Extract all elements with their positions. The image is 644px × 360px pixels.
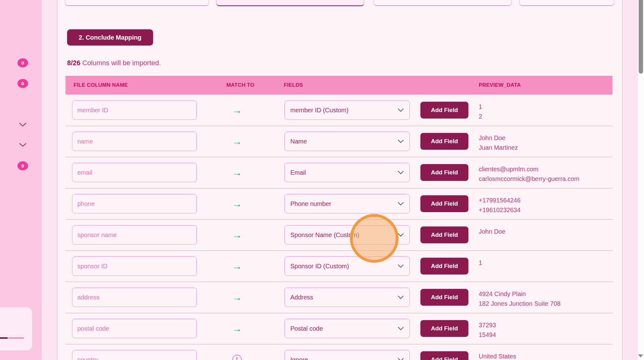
- sidebar-count-badge: 0: [17, 161, 28, 170]
- step-option-box-selected[interactable]: [216, 0, 364, 6]
- file-column-input[interactable]: [72, 225, 197, 245]
- sidebar: 0 0 0: [0, 0, 41, 360]
- add-field-button[interactable]: Add Field: [420, 351, 468, 360]
- match-cell: →: [225, 126, 249, 157]
- file-column-input[interactable]: [72, 288, 197, 307]
- add-field-button[interactable]: Add Field: [420, 320, 468, 337]
- chevron-down-icon: [398, 233, 404, 237]
- chevron-down-icon: [398, 171, 404, 174]
- preview-line: 1: [479, 102, 482, 112]
- mapped-arrow-icon: →: [232, 168, 242, 178]
- field-select-label: Name: [290, 138, 307, 145]
- field-select[interactable]: Phone number: [284, 194, 410, 213]
- file-column-input[interactable]: [72, 256, 197, 276]
- step-option-box[interactable]: [374, 0, 512, 6]
- sidebar-count-badge: 0: [17, 79, 28, 88]
- field-select[interactable]: Sponsor ID (Custom): [284, 256, 410, 276]
- match-cell: →: [225, 188, 249, 219]
- file-column-input[interactable]: [72, 100, 197, 120]
- mapped-arrow-icon: →: [232, 136, 242, 146]
- header-fields: FIELDS: [284, 76, 303, 95]
- preview-data: 12: [479, 102, 482, 121]
- mapped-arrow-icon: →: [232, 324, 242, 333]
- header-file-column-name: FILE COLUMN NAME: [74, 76, 128, 95]
- file-column-input[interactable]: [72, 163, 197, 182]
- preview-data: John Doe: [479, 227, 506, 236]
- add-field-button[interactable]: Add Field: [420, 258, 468, 275]
- preview-line: 2: [479, 112, 482, 121]
- progress-bar-track: [8, 337, 24, 339]
- match-cell: →: [225, 219, 249, 251]
- add-field-button[interactable]: Add Field: [420, 195, 468, 212]
- file-column-input[interactable]: [72, 194, 197, 213]
- preview-line: 1: [479, 258, 482, 268]
- field-select-label: Address: [290, 294, 313, 301]
- preview-line: 182 Jones Junction Suite 708: [479, 299, 560, 309]
- field-select[interactable]: Ignore: [284, 350, 410, 360]
- preview-line: 37293: [479, 320, 496, 330]
- table-row: → Sponsor Name (Custom) Add Field John D…: [65, 219, 613, 251]
- add-field-button[interactable]: Add Field: [420, 289, 468, 306]
- add-field-button[interactable]: Add Field: [420, 164, 468, 181]
- conclude-mapping-button[interactable]: 2. Conclude Mapping: [67, 29, 153, 46]
- add-field-button[interactable]: Add Field: [420, 133, 468, 150]
- match-cell: →: [225, 282, 249, 313]
- chevron-down-icon[interactable]: [19, 143, 27, 147]
- preview-line: John Doe: [479, 227, 506, 236]
- file-column-input[interactable]: [72, 350, 197, 360]
- preview-data: clientes@upmlm.comcarlosmccormick@berry-…: [479, 164, 579, 184]
- chevron-down-icon[interactable]: [19, 123, 27, 127]
- mapped-arrow-icon: →: [232, 261, 242, 271]
- preview-line: carlosmccormick@berry-guerra.com: [479, 174, 579, 184]
- preview-data: United States: [479, 352, 516, 360]
- mapped-arrow-icon: →: [232, 230, 242, 240]
- field-select-label: Sponsor ID (Custom): [290, 263, 349, 270]
- field-select[interactable]: Postal code: [284, 319, 410, 338]
- table-row: → Phone number Add Field +17991564246+19…: [65, 188, 613, 220]
- preview-data: +17991564246+19610232634: [479, 196, 521, 215]
- field-select[interactable]: member ID (Custom): [284, 100, 410, 120]
- match-cell: →: [225, 95, 249, 126]
- file-column-input[interactable]: [72, 319, 197, 338]
- scrollbar-thumb[interactable]: [639, 0, 643, 74]
- field-select-label: Postal code: [290, 325, 323, 332]
- preview-line: clientes@upmlm.com: [479, 164, 579, 174]
- chevron-down-icon: [398, 264, 404, 268]
- import-summary: 8/26 Columns will be imported.: [67, 59, 161, 67]
- match-cell: →: [225, 251, 249, 282]
- chevron-down-icon: [398, 108, 404, 112]
- import-count: 8/26: [67, 59, 80, 67]
- scroll-down-arrow-icon[interactable]: [638, 354, 643, 358]
- main-content: 2. Conclude Mapping 8/26 Columns will be…: [57, 0, 622, 360]
- table-row: → Ignore Add Field United States: [65, 344, 613, 360]
- file-column-input[interactable]: [72, 132, 197, 151]
- field-select[interactable]: Email: [284, 163, 410, 182]
- field-select[interactable]: Name: [284, 132, 410, 151]
- mapped-arrow-icon: →: [232, 105, 242, 115]
- table-row: → Name Add Field John DoeJuan Martinez: [65, 126, 613, 157]
- preview-line: United States: [479, 352, 516, 360]
- field-select-label: Email: [290, 169, 306, 176]
- table-row: → Sponsor ID (Custom) Add Field 1: [65, 251, 613, 282]
- preview-line: +17991564246: [479, 196, 521, 205]
- field-select[interactable]: Address: [284, 288, 410, 307]
- step-option-box[interactable]: [519, 0, 614, 6]
- field-select-label: Ignore: [290, 356, 308, 360]
- match-cell: →: [225, 313, 249, 344]
- progress-bar-fill: [0, 337, 8, 339]
- field-select[interactable]: Sponsor Name (Custom): [284, 225, 410, 245]
- chevron-down-icon: [398, 202, 404, 206]
- chevron-down-icon: [398, 139, 404, 143]
- scrollbar-track[interactable]: [638, 0, 644, 360]
- preview-line: 4924 Cindy Plain: [479, 289, 560, 299]
- preview-data: 4924 Cindy Plain182 Jones Junction Suite…: [479, 289, 560, 309]
- header-preview-data: PREVIEW_DATA: [479, 76, 521, 95]
- add-field-button[interactable]: Add Field: [420, 102, 468, 119]
- preview-line: 15494: [479, 330, 496, 340]
- preview-data: 1: [479, 258, 482, 268]
- chevron-down-icon: [398, 358, 404, 360]
- table-row: → Postal code Add Field 3729315494: [65, 313, 613, 344]
- add-field-button[interactable]: Add Field: [420, 226, 468, 243]
- preview-data: 3729315494: [479, 320, 496, 340]
- step-option-box[interactable]: [65, 0, 209, 6]
